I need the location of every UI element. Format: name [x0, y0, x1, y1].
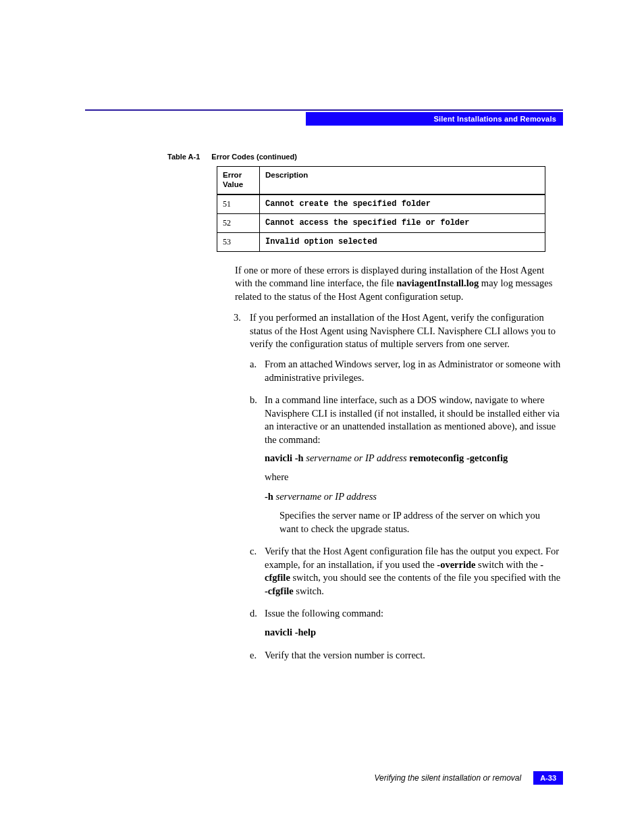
list-marker: b. — [250, 394, 257, 407]
substep-c: c. Verify that the Host Agent configurat… — [250, 545, 561, 598]
header-rule — [85, 109, 563, 111]
substep-e-text: Verify that the version number is correc… — [265, 650, 425, 660]
where-label: where — [265, 471, 561, 484]
table-row: 53 Invalid option selected — [217, 232, 545, 251]
error-desc-cell: Invalid option selected — [260, 232, 545, 251]
list-marker: e. — [250, 649, 257, 662]
substep-e: e. Verify that the version number is cor… — [250, 649, 561, 662]
body-text: If one or more of these errors is displa… — [235, 264, 561, 662]
table-header-row: Error Value Description — [217, 167, 545, 194]
arg-description: Specifies the server name or IP address … — [279, 509, 561, 536]
step-3: If you performed an installation of the … — [235, 311, 561, 662]
error-desc-cell: Cannot access the specified file or fold… — [260, 213, 545, 232]
cmd-italic: servername or IP address — [306, 452, 406, 463]
table-row: 52 Cannot access the specified file or f… — [217, 213, 545, 232]
step-3-text: If you performed an installation of the … — [250, 312, 556, 349]
substep-a-text: From an attached Windows server, log in … — [265, 359, 560, 383]
numbered-list: If you performed an installation of the … — [235, 311, 561, 662]
error-value-cell: 53 — [217, 232, 260, 251]
error-value-cell: 51 — [217, 194, 260, 214]
list-marker: a. — [250, 358, 257, 371]
cmd-bold: navicli -h — [265, 452, 304, 463]
command-line: navicli -help — [265, 626, 561, 640]
command-line: navicli -h servername or IP address remo… — [265, 452, 561, 465]
table-title: Error Codes (continued) — [211, 153, 297, 161]
column-error-value: Error Value — [217, 167, 260, 194]
arg-flag: -h — [265, 491, 273, 502]
switch-bold: -cfgfile — [265, 585, 294, 596]
text-run: switch, you should see the contents of t… — [290, 572, 560, 583]
error-value-cell: 52 — [217, 213, 260, 232]
cmd-bold: navicli -help — [265, 627, 316, 637]
table-caption: Table A-1 Error Codes (continued) — [167, 153, 561, 161]
cmd-bold: remoteconfig -getconfig — [409, 452, 508, 463]
page-number-badge: A-33 — [533, 771, 563, 785]
footer-section-title: Verifying the silent installation or rem… — [374, 773, 521, 783]
section-title: Silent Installations and Removals — [434, 115, 556, 123]
table-row: 51 Cannot create the specified folder — [217, 194, 545, 214]
bold-filename: naviagentInstall.log — [396, 278, 479, 288]
table-label: Table A-1 — [167, 153, 200, 161]
section-header-bar: Silent Installations and Removals — [306, 112, 563, 126]
page-footer: Verifying the silent installation or rem… — [374, 771, 563, 785]
substep-b-intro: In a command line interface, such as a D… — [265, 394, 560, 445]
error-codes-table: Error Value Description 51 Cannot create… — [217, 166, 545, 252]
list-marker: d. — [250, 607, 257, 621]
text-run: switch. — [294, 585, 324, 596]
main-content: Table A-1 Error Codes (continued) Error … — [167, 153, 561, 671]
substep-a: a. From an attached Windows server, log … — [250, 358, 561, 384]
document-page: Silent Installations and Removals Table … — [0, 0, 644, 834]
substep-list: a. From an attached Windows server, log … — [250, 358, 561, 662]
switch-bold: -override — [437, 559, 475, 570]
arg-italic: servername or IP address — [276, 491, 377, 502]
error-desc-cell: Cannot create the specified folder — [260, 194, 545, 214]
paragraph-naviagent: If one or more of these errors is displa… — [235, 264, 561, 304]
column-description: Description — [260, 167, 545, 194]
arg-line: -h servername or IP address — [265, 490, 561, 504]
substep-b: b. In a command line interface, such as … — [250, 394, 561, 536]
text-run: switch with the — [475, 559, 540, 570]
substep-d-text: Issue the following command: — [265, 608, 383, 619]
substep-d: d. Issue the following command: navicli … — [250, 607, 561, 639]
list-marker: c. — [250, 545, 257, 558]
